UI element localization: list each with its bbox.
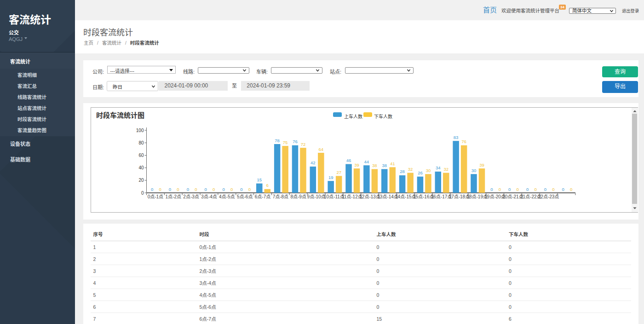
svg-text:34: 34 — [436, 165, 441, 170]
svg-text:8点-9点: 8点-9点 — [290, 194, 306, 199]
svg-text:80: 80 — [138, 140, 144, 145]
svg-text:0: 0 — [187, 187, 189, 192]
svg-text:76: 76 — [293, 139, 298, 144]
svg-text:0: 0 — [177, 187, 179, 192]
svg-text:40: 40 — [138, 165, 144, 170]
svg-text:100: 100 — [136, 128, 144, 133]
svg-text:72: 72 — [301, 142, 306, 147]
svg-text:0: 0 — [141, 191, 144, 196]
svg-text:0: 0 — [499, 187, 501, 192]
svg-text:22点-23点: 22点-23点 — [538, 194, 559, 199]
svg-text:6点-7点: 6点-7点 — [255, 194, 270, 199]
svg-text:0: 0 — [169, 187, 171, 192]
svg-text:30: 30 — [472, 168, 477, 173]
svg-text:30: 30 — [426, 168, 431, 173]
svg-text:0: 0 — [562, 187, 564, 192]
svg-text:32: 32 — [408, 167, 413, 172]
svg-text:0: 0 — [517, 187, 519, 192]
svg-text:32: 32 — [443, 167, 448, 172]
svg-text:20: 20 — [138, 178, 144, 183]
svg-text:7点-8点: 7点-8点 — [273, 194, 288, 199]
svg-text:15: 15 — [257, 177, 262, 182]
svg-text:5点-6点: 5点-6点 — [237, 194, 253, 199]
svg-text:4点-5点: 4点-5点 — [219, 194, 235, 199]
svg-text:0: 0 — [526, 187, 529, 192]
svg-text:0: 0 — [240, 187, 242, 192]
svg-text:0: 0 — [508, 187, 511, 192]
svg-text:46: 46 — [346, 158, 351, 163]
svg-text:6: 6 — [266, 183, 269, 188]
svg-text:19: 19 — [328, 175, 334, 180]
svg-text:39: 39 — [354, 162, 359, 168]
svg-text:0点-1点: 0点-1点 — [148, 194, 163, 199]
svg-text:64: 64 — [319, 147, 324, 152]
svg-text:0: 0 — [205, 187, 207, 192]
svg-text:2点-3点: 2点-3点 — [183, 194, 199, 199]
svg-text:0: 0 — [159, 187, 161, 192]
svg-text:28: 28 — [400, 169, 405, 174]
svg-text:27: 27 — [336, 170, 341, 175]
svg-text:0: 0 — [534, 187, 536, 192]
svg-text:0: 0 — [570, 187, 572, 192]
svg-text:0: 0 — [552, 187, 554, 192]
svg-text:41: 41 — [390, 161, 395, 166]
svg-text:38: 38 — [382, 163, 387, 168]
svg-text:42: 42 — [310, 160, 316, 165]
svg-text:3点-4点: 3点-4点 — [201, 194, 217, 199]
svg-text:75: 75 — [283, 140, 288, 145]
svg-text:0: 0 — [213, 187, 215, 192]
svg-text:0: 0 — [222, 187, 224, 192]
svg-text:0: 0 — [544, 187, 546, 192]
svg-text:60: 60 — [138, 153, 144, 158]
svg-text:0: 0 — [195, 187, 197, 192]
svg-text:1点-2点: 1点-2点 — [166, 194, 181, 199]
svg-text:26: 26 — [418, 170, 423, 175]
svg-text:0: 0 — [490, 187, 493, 192]
svg-text:83: 83 — [454, 135, 459, 140]
svg-text:9点-10点: 9点-10点 — [307, 194, 326, 199]
svg-text:38: 38 — [372, 163, 377, 168]
svg-text:76: 76 — [461, 139, 466, 144]
svg-text:39: 39 — [479, 162, 484, 168]
svg-text:0: 0 — [151, 187, 153, 192]
svg-text:0: 0 — [230, 187, 233, 192]
svg-text:44: 44 — [364, 159, 369, 164]
svg-text:0: 0 — [248, 187, 251, 192]
svg-text:78: 78 — [275, 138, 280, 143]
